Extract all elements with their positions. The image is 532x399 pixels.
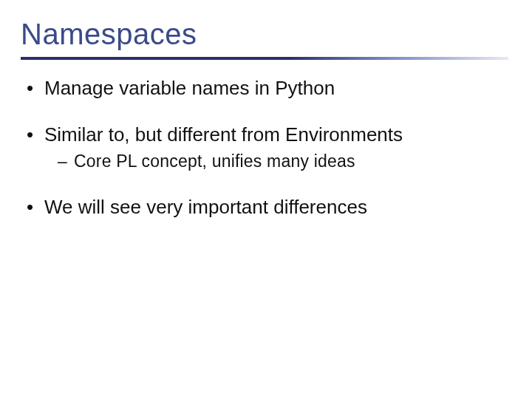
sub-bullet-item: Core PL concept, unifies many ideas — [58, 151, 511, 173]
bullet-list: Manage variable names in Python Similar … — [21, 76, 511, 219]
bullet-item: Manage variable names in Python — [25, 76, 511, 100]
bullet-item: We will see very important differences — [25, 195, 511, 219]
slide-title: Namespaces — [21, 18, 511, 51]
bullet-item: Similar to, but different from Environme… — [25, 123, 511, 173]
title-underline — [21, 57, 508, 60]
bullet-text: Similar to, but different from Environme… — [44, 123, 403, 146]
sub-bullet-text: Core PL concept, unifies many ideas — [74, 151, 355, 171]
bullet-text: We will see very important differences — [44, 196, 367, 218]
sub-bullet-list: Core PL concept, unifies many ideas — [44, 151, 511, 173]
slide: Namespaces Manage variable names in Pyth… — [0, 0, 532, 399]
bullet-text: Manage variable names in Python — [44, 77, 335, 99]
